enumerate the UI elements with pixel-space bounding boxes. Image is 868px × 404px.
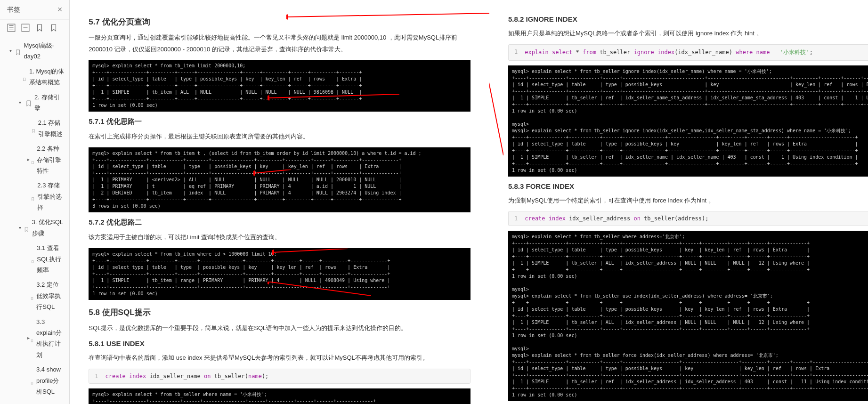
heading-5-8: 5.8 使用SQL提示	[89, 307, 471, 318]
bookmark-item-icon	[24, 225, 29, 231]
para-5-7-1: 在索引上完成排序分页操作，最后根据主键关联回原表查询所需要的其他列内容。	[89, 131, 471, 143]
para-5-8: SQL提示，是优化数据库的一个重要手段，简单来说，就是在SQL语句中加入一些人为…	[89, 323, 471, 334]
tree-item[interactable]: ▾3. 优化SQL步骤	[0, 215, 69, 241]
bookmark-item-icon	[31, 335, 33, 341]
tree-item-label: 1. Mysql的体系结构概览	[29, 66, 65, 88]
para-5-7-2: 该方案适用于主键自增的表，可以把Limit 查询转换成某个位置的查询。	[89, 232, 471, 243]
tree-item[interactable]: 1. Mysql的体系结构概览	[0, 64, 69, 90]
tree-item[interactable]: ▸2.2 各种存储引擎特性	[0, 141, 69, 178]
bookmark-item-icon	[23, 73, 26, 80]
terminal-5-8-1: mysql> explain select * from tb_seller w…	[89, 388, 471, 404]
heading-5-8-3: 5.8.3 FORCE INDEX	[508, 182, 868, 190]
content-area: 5.7 优化分页查询 一般分页查询时，通过创建覆盖索引能够比较好地提高性能。一个…	[70, 0, 868, 404]
tree-item[interactable]: ▸3.3 explain分析执行计划	[0, 315, 69, 363]
para-5-8-2: 如果用户只是单纯的想让MySQL忽略一个或者多个索引，则可以使用 ignore …	[508, 28, 868, 40]
bookmarks-sidebar: 书签 × ▾Mysql高级-day021. Mysql的体系结构概览▾2. 存储…	[0, 0, 70, 404]
tree-item-label: 2.1 存储引擎概述	[38, 117, 65, 139]
bookmark-item-icon	[31, 377, 33, 384]
sidebar-toolbar	[0, 20, 69, 36]
bookmark-item-icon	[31, 156, 34, 163]
code-5-8-1: 1create index idx_seller_name on tb_sell…	[89, 369, 471, 384]
terminal-5-7-1: mysql> explain select * from tb_item t ,…	[89, 147, 471, 212]
tree-item[interactable]: ▾2. 存储引擎	[0, 90, 69, 116]
tree-item[interactable]: 3.4 show profile分析SQL	[0, 362, 69, 399]
caret-icon[interactable]: ▾	[19, 98, 24, 107]
code-5-8-2: 1explain select * from tb_seller ignore …	[508, 44, 868, 61]
bookmark-item-icon	[31, 256, 34, 262]
bookmark-item-icon	[15, 48, 21, 54]
heading-5-7-2: 5.7.2 优化思路二	[89, 218, 471, 227]
right-column: 5.8.2 IGNORE INDEX 如果用户只是单纯的想让MySQL忽略一个或…	[489, 0, 868, 404]
terminal-5-7-2: mysql> explain select * from tb_item whe…	[89, 248, 471, 300]
close-icon[interactable]: ×	[57, 5, 63, 15]
heading-5-7: 5.7 优化分页查询	[89, 16, 471, 27]
terminal-5-8-2: mysql> explain select * from tb_seller i…	[508, 65, 868, 177]
caret-icon[interactable]: ▸	[27, 334, 30, 342]
bookmark2-icon[interactable]	[49, 24, 58, 32]
code-5-8-3: 1create index idx_seller_address on tb_s…	[508, 211, 868, 226]
heading-5-8-2: 5.8.2 IGNORE INDEX	[508, 15, 868, 23]
para-5-8-1: 在查询语句中表名的后面，添加 use index 来提供希望MySQL去参考的索…	[89, 352, 471, 364]
left-column: 5.7 优化分页查询 一般分页查询时，通过创建覆盖索引能够比较好地提高性能。一个…	[70, 0, 489, 404]
tree-item[interactable]: 2.1 存储引擎概述	[0, 115, 69, 141]
bookmark-item-icon	[32, 125, 35, 132]
caret-icon[interactable]: ▾	[19, 224, 23, 232]
collapse-icon[interactable]	[21, 24, 30, 32]
bookmark-item-icon	[31, 193, 34, 200]
terminal-5-8-3: mysql> explain select * from tb_seller w…	[508, 231, 868, 401]
tree-item-label: 3. 优化SQL步骤	[32, 217, 65, 239]
tree-item[interactable]: ▾Mysql高级-day02	[0, 38, 69, 64]
bookmark-item-icon	[31, 293, 33, 299]
tree-item[interactable]: 3.1 查看SQL执行频率	[0, 241, 69, 277]
sidebar-header: 书签 ×	[0, 0, 69, 20]
tree-item-label: 3.5 trace分析优化器执行计划	[36, 401, 65, 404]
tree-item-label: Mysql高级-day02	[24, 40, 65, 62]
tree-item-label: 3.3 explain分析执行计划	[36, 316, 65, 361]
bookmark-icon[interactable]	[35, 24, 44, 32]
caret-icon[interactable]: ▸	[27, 155, 30, 164]
tree-item-label: 2. 存储引擎	[34, 92, 65, 114]
sidebar-title: 书签	[7, 6, 20, 14]
tree-item-label: 3.4 show profile分析SQL	[36, 364, 65, 397]
heading-5-7-1: 5.7.1 优化思路一	[89, 117, 471, 126]
terminal-5-7: mysql> explain select * from tb_item lim…	[89, 60, 471, 112]
tree-item[interactable]: 3.5 trace分析优化器执行计划	[0, 399, 69, 404]
tree-item[interactable]: 3.2 定位低效率执行SQL	[0, 277, 69, 314]
para-5-8-3: 为强制MySQL使用一个特定的索引，可在查询中使用 force index 作为…	[508, 195, 868, 207]
tree-item-label: 2.2 各种存储引擎特性	[37, 143, 65, 176]
bookmark-item-icon	[25, 99, 32, 106]
bookmark-tree: ▾Mysql高级-day021. Mysql的体系结构概览▾2. 存储引擎2.1…	[0, 36, 69, 404]
caret-icon[interactable]: ▾	[9, 47, 14, 55]
tree-item[interactable]: 2.3 存储引擎的选择	[0, 178, 69, 215]
heading-5-8-1: 5.8.1 USE INDEX	[89, 339, 471, 347]
expand-icon[interactable]	[7, 24, 16, 32]
tree-item-label: 2.3 存储引擎的选择	[37, 180, 65, 213]
tree-item-label: 3.2 定位低效率执行SQL	[36, 279, 65, 312]
para-5-7: 一般分页查询时，通过创建覆盖索引能够比较好地提高性能。一个常见又非常头疼的问题就…	[89, 32, 471, 55]
tree-item-label: 3.1 查看SQL执行频率	[37, 242, 65, 275]
svg-line-7	[489, 14, 503, 155]
